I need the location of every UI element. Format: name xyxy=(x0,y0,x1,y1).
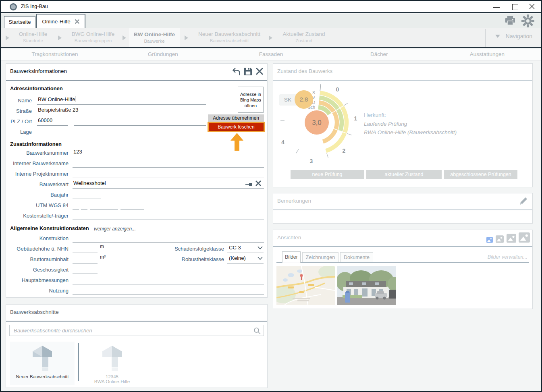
lage-input[interactable] xyxy=(37,128,206,136)
bauwerksart-pick-button[interactable] xyxy=(245,181,252,189)
edit-remarks-button[interactable] xyxy=(519,197,527,207)
interne-projektnummer-label: Interne Projektnummer xyxy=(6,171,69,177)
map-thumbnail[interactable] xyxy=(276,266,335,305)
section-tile-name: BWA Online-Hilfe xyxy=(82,379,142,384)
geschossigkeit-input[interactable] xyxy=(73,265,98,274)
panel-title: Bemerkungen xyxy=(277,198,311,204)
category-ausstattungen[interactable]: Ausstattungen xyxy=(433,49,541,60)
section-tile-existing[interactable]: 12345 BWA Online-Hilfe xyxy=(82,342,142,385)
navigation-dropdown[interactable]: Navigation xyxy=(495,33,532,39)
geschossigkeit-label: Geschossigkeit xyxy=(6,267,69,273)
breadcrumb-arrow-icon xyxy=(58,35,62,40)
street-label: Straße xyxy=(6,108,32,114)
tab-startseite[interactable]: Startseite xyxy=(4,16,35,28)
save-button[interactable] xyxy=(243,67,253,78)
schadensfolgeklasse-select[interactable]: CC 3 xyxy=(227,245,264,253)
maximize-button[interactable] xyxy=(509,1,521,12)
interner-bauwerksname-input[interactable] xyxy=(73,159,264,168)
image-icon xyxy=(496,235,504,243)
panel-title: Bauwerksabschnitte xyxy=(10,309,59,315)
hauptabmessungen-input[interactable] xyxy=(73,276,264,284)
breadcrumb-item-bauwerksgruppen[interactable]: BWG Online-Hilfe Bauwerksgruppen xyxy=(65,30,121,46)
open-bing-maps-button[interactable]: Adresse in Bing Maps öffnen xyxy=(238,87,264,113)
robustheitsklasse-select[interactable]: (Keine) xyxy=(227,255,264,263)
svg-text:3,0: 3,0 xyxy=(312,119,322,127)
gear-icon xyxy=(521,14,535,28)
bauwerksnummer-label: Bauwerksnummer xyxy=(6,150,69,156)
construction-section-heading: Allgemeine Konstruktionsdaten xyxy=(10,225,89,231)
bruttorauminhalt-input[interactable] xyxy=(73,255,98,263)
delete-building-button[interactable]: Bauwerk löschen xyxy=(209,123,264,131)
interne-projektnummer-input[interactable] xyxy=(73,170,264,178)
bauwerksnummer-input[interactable]: 123 xyxy=(73,149,264,157)
manage-images-link[interactable]: Bilder verwalten... xyxy=(488,254,527,260)
undo-button[interactable] xyxy=(232,67,241,78)
konstruktion-input[interactable] xyxy=(73,234,264,243)
plz-input[interactable]: 60000 xyxy=(37,117,68,126)
tab-online-hilfe[interactable]: Online-Hilfe xyxy=(36,14,85,28)
ort-input[interactable] xyxy=(74,117,206,126)
tab-zeichnungen[interactable]: Zeichnungen xyxy=(302,252,338,263)
extra-section-heading: Zusatzinformationen xyxy=(10,141,62,147)
image-icon xyxy=(507,234,516,243)
utm-zone-input[interactable] xyxy=(73,201,79,209)
new-inspection-button[interactable]: neue Prüfung xyxy=(291,170,364,179)
app-window: ZIS Ing-Bau Startseite Online-Hilfe xyxy=(0,0,542,392)
tab-bilder[interactable]: Bilder xyxy=(282,251,301,263)
breadcrumb-item-bauwerksabschnitt[interactable]: Neuer Bauwerksabschnitt Bauwerksabschnit… xyxy=(191,30,267,46)
utm-band-input[interactable] xyxy=(81,201,87,209)
section-tile-new[interactable]: Neuer Bauwerksabschnitt xyxy=(10,342,75,385)
nutzung-input[interactable] xyxy=(73,286,264,295)
utm-label: UTM WGS 84 xyxy=(6,202,69,208)
breadcrumb-item-standorte[interactable]: Online-Hilfe Standorte xyxy=(13,30,53,46)
apply-address-button[interactable]: Adresse übernehmen xyxy=(208,114,264,122)
name-label: Name xyxy=(6,97,32,104)
sk-label: SK xyxy=(284,97,291,103)
utm-east-input[interactable] xyxy=(90,201,118,209)
chevron-down-icon xyxy=(258,246,263,250)
current-condition-button[interactable]: aktueller Zustand xyxy=(366,170,442,179)
settings-button[interactable] xyxy=(521,14,535,29)
panel-close-button[interactable] xyxy=(255,67,264,77)
thumbnail-size-xlarge-button[interactable] xyxy=(519,232,530,245)
tab-dokumente[interactable]: Dokumente xyxy=(340,252,373,263)
plz-ort-label: PLZ / Ort xyxy=(6,118,32,124)
save-icon xyxy=(243,67,253,76)
pencil-icon xyxy=(519,197,527,205)
category-gruendungen[interactable]: Gründungen xyxy=(109,49,217,60)
building-photo-thumbnail[interactable] xyxy=(337,266,396,305)
chevron-down-icon xyxy=(495,35,500,38)
divider xyxy=(6,80,267,81)
baujahr-input[interactable] xyxy=(73,191,101,199)
breadcrumb-item-bauwerke-active[interactable]: BW Online-Hilfe Bauwerke xyxy=(129,28,180,47)
thumbnail-size-small-button[interactable] xyxy=(486,237,493,245)
thumbnail-size-medium-button[interactable] xyxy=(496,235,504,245)
svg-text:1: 1 xyxy=(354,115,357,122)
svg-text:3: 3 xyxy=(310,158,313,164)
thumbnail-size-large-button[interactable] xyxy=(507,234,516,245)
breadcrumb: Online-Hilfe Standorte BWG Online-Hilfe … xyxy=(1,28,541,48)
map-image xyxy=(276,266,335,305)
show-less-link[interactable]: weniger anzeigen... xyxy=(94,226,136,232)
divider xyxy=(276,262,529,263)
tab-close-icon[interactable] xyxy=(75,19,80,24)
bauwerksart-input[interactable]: Wellnesshotel xyxy=(73,180,264,189)
image-icon xyxy=(519,232,530,243)
divider xyxy=(273,209,532,210)
window-close-button[interactable] xyxy=(526,1,538,12)
category-fassaden[interactable]: Fassaden xyxy=(217,49,325,60)
name-input[interactable]: BW Online-Hilfe xyxy=(37,96,206,105)
breadcrumb-item-zustand[interactable]: Aktueller Zustand Zustand xyxy=(276,30,332,46)
sections-search-input[interactable] xyxy=(10,325,264,336)
category-tragkonstruktionen[interactable]: Tragkonstruktionen xyxy=(1,49,109,60)
gebaeudehoehe-input[interactable] xyxy=(73,245,98,253)
print-button[interactable] xyxy=(504,15,516,28)
completed-inspections-button[interactable]: abgeschlossene Prüfungen xyxy=(444,170,517,179)
street-input[interactable]: Beispielstraße 23 xyxy=(37,107,206,115)
kostenstelle-input[interactable] xyxy=(73,212,264,220)
minimize-button[interactable] xyxy=(490,1,503,12)
utm-north-input[interactable] xyxy=(120,201,144,209)
category-daecher[interactable]: Dächer xyxy=(325,49,433,60)
building-section-icon xyxy=(31,343,54,371)
bauwerksart-clear-button[interactable] xyxy=(255,180,262,188)
